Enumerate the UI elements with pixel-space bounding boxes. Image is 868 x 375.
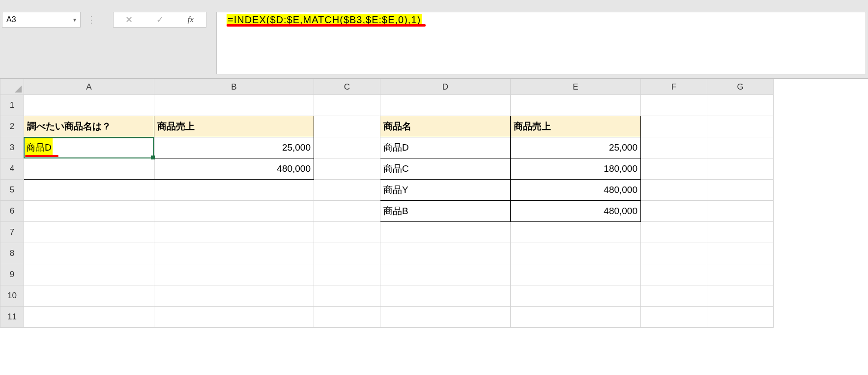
cell-E4[interactable]: 180,000 [511,158,641,180]
cell-F1[interactable] [641,95,707,116]
cell-F3[interactable] [641,137,707,158]
cell-B8[interactable] [154,243,314,264]
cell-D8[interactable] [380,243,511,264]
cell-D5[interactable]: 商品Y [380,180,511,201]
cell-E3[interactable]: 25,000 [511,137,641,158]
cell-B11[interactable] [154,307,314,328]
row-header-7[interactable]: 7 [0,222,24,243]
cell-A10[interactable] [24,285,154,307]
cell-A11[interactable] [24,307,154,328]
grid[interactable]: A B C D E F G 1 2 [0,79,774,328]
cell-D10[interactable] [380,285,511,307]
cell-A8[interactable] [24,243,154,264]
cell-G4[interactable] [707,158,774,180]
cell-A6[interactable] [24,201,154,222]
col-header-A[interactable]: A [24,79,154,95]
cell-G3[interactable] [707,137,774,158]
cell-G7[interactable] [707,222,774,243]
select-all-corner[interactable] [0,79,24,95]
cell-G8[interactable] [707,243,774,264]
cell-A3[interactable]: 商品D [24,137,154,158]
cell-C8[interactable] [314,243,380,264]
cell-D4[interactable]: 商品C [380,158,511,180]
row-header-11[interactable]: 11 [0,307,24,328]
cell-E5[interactable]: 480,000 [511,180,641,201]
cell-F5[interactable] [641,180,707,201]
cell-F4[interactable] [641,158,707,180]
cell-A7[interactable] [24,222,154,243]
cell-E10[interactable] [511,285,641,307]
col-header-F[interactable]: F [641,79,707,95]
dropdown-icon[interactable]: ▼ [72,17,77,23]
cell-B5[interactable] [154,180,314,201]
cell-C6[interactable] [314,201,380,222]
cell-E9[interactable] [511,264,641,285]
cell-A5[interactable] [24,180,154,201]
col-header-D[interactable]: D [380,79,511,95]
cell-C3[interactable] [314,137,380,158]
cell-G5[interactable] [707,180,774,201]
cell-B10[interactable] [154,285,314,307]
row-header-1[interactable]: 1 [0,95,24,116]
cell-E7[interactable] [511,222,641,243]
cell-E6[interactable]: 480,000 [511,201,641,222]
cell-D2[interactable]: 商品名 [380,116,511,137]
cell-C11[interactable] [314,307,380,328]
cell-B1[interactable] [154,95,314,116]
cell-C7[interactable] [314,222,380,243]
row-header-3[interactable]: 3 [0,137,24,158]
row-header-10[interactable]: 10 [0,285,24,307]
cell-C5[interactable] [314,180,380,201]
cell-C2[interactable] [314,116,380,137]
cell-F6[interactable] [641,201,707,222]
cell-B4[interactable]: 480,000 [154,158,314,180]
cell-F8[interactable] [641,243,707,264]
row-header-9[interactable]: 9 [0,264,24,285]
cell-D1[interactable] [380,95,511,116]
cancel-button[interactable]: ✕ [114,12,145,27]
col-header-C[interactable]: C [314,79,380,95]
cell-A2[interactable]: 調べたい商品名は？ [24,116,154,137]
cell-B3[interactable]: 25,000 [154,137,314,158]
formula-input[interactable]: =INDEX($D:$E,MATCH($B3,$E:$E,0),1) [216,12,866,74]
cell-E11[interactable] [511,307,641,328]
cell-D3[interactable]: 商品D [380,137,511,158]
cell-G2[interactable] [707,116,774,137]
cell-G6[interactable] [707,201,774,222]
cell-E8[interactable] [511,243,641,264]
cell-A9[interactable] [24,264,154,285]
cell-E1[interactable] [511,95,641,116]
cell-D11[interactable] [380,307,511,328]
cell-F10[interactable] [641,285,707,307]
cell-B7[interactable] [154,222,314,243]
cell-B2[interactable]: 商品売上 [154,116,314,137]
cell-G11[interactable] [707,307,774,328]
row-header-8[interactable]: 8 [0,243,24,264]
cell-F11[interactable] [641,307,707,328]
cell-D9[interactable] [380,264,511,285]
cell-F9[interactable] [641,264,707,285]
cell-D6[interactable]: 商品B [380,201,511,222]
cell-C4[interactable] [314,158,380,180]
cell-D7[interactable] [380,222,511,243]
drag-handle-icon[interactable]: ⋮ [87,12,96,28]
cell-A1[interactable] [24,95,154,116]
name-box[interactable]: A3 ▼ [2,12,81,28]
cell-C9[interactable] [314,264,380,285]
col-header-B[interactable]: B [154,79,314,95]
cell-A4[interactable] [24,158,154,180]
cell-E2[interactable]: 商品売上 [511,116,641,137]
cell-F7[interactable] [641,222,707,243]
spreadsheet[interactable]: A B C D E F G 1 2 [0,79,868,328]
cell-G9[interactable] [707,264,774,285]
cell-G10[interactable] [707,285,774,307]
insert-function-button[interactable]: fx [175,12,206,27]
cell-G1[interactable] [707,95,774,116]
col-header-G[interactable]: G [707,79,774,95]
enter-button[interactable]: ✓ [145,12,175,27]
row-header-6[interactable]: 6 [0,201,24,222]
cell-F2[interactable] [641,116,707,137]
col-header-E[interactable]: E [511,79,641,95]
cell-C10[interactable] [314,285,380,307]
cell-B9[interactable] [154,264,314,285]
